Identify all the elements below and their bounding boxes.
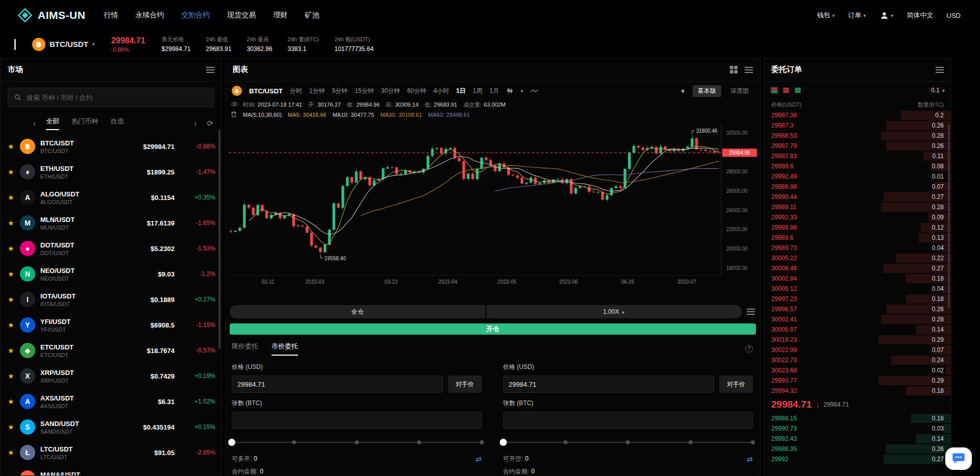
short-amount-slider[interactable] — [503, 438, 753, 446]
long-amount-input[interactable] — [232, 412, 482, 429]
market-row-ltc-usdt[interactable]: ★ŁLTC/USDTLTC/USDT$91.05-2.85% — [1, 440, 222, 465]
ask-row[interactable]: 30022.990.07 — [764, 345, 951, 355]
ask-row[interactable]: 29987.30.26 — [764, 120, 951, 131]
nav-item-market[interactable]: 行情 — [104, 11, 118, 20]
bid-row[interactable]: 29992.430.14 — [764, 434, 951, 444]
collapse-chart-icon[interactable]: ▾ — [681, 87, 684, 95]
ask-row[interactable]: 29989.110.28 — [764, 202, 951, 212]
indicator-line-icon[interactable] — [530, 88, 538, 94]
nav-item-spot[interactable]: 现货交易 — [227, 11, 256, 20]
wallet-menu[interactable]: 钱包 ▾ — [817, 11, 835, 20]
nav-item-delivery[interactable]: 交割合约 — [181, 11, 210, 20]
ask-row[interactable]: 29987.380.2 — [764, 110, 951, 120]
favorite-star-icon[interactable]: ★ — [8, 244, 20, 253]
ask-row[interactable]: 29989.860.12 — [764, 222, 951, 233]
bid-row[interactable]: 299920.27 — [764, 454, 951, 464]
ask-row[interactable]: 29994.320.18 — [764, 386, 951, 396]
timeframe-1周[interactable]: 1周 — [473, 87, 483, 95]
market-row-mln-usdt[interactable]: ★MMLN/USDTMLN/USDT$17.6139-1.65% — [1, 210, 222, 236]
market-row-iota-usdt[interactable]: ★IIOTA/USDTIOTA/USDT$0.1889+0.27% — [1, 287, 222, 312]
menu-icon[interactable] — [206, 67, 214, 73]
ask-row[interactable]: 30005.120.04 — [764, 284, 951, 294]
timeframe-1月[interactable]: 1月 — [489, 87, 499, 95]
ask-row[interactable]: 30019.230.29 — [764, 335, 951, 345]
language-selector[interactable]: 简体中文 — [907, 11, 934, 20]
pair-selector[interactable]: ฿ BTC/USDT ▾ — [32, 38, 95, 51]
ask-row[interactable]: 29998.570.26 — [764, 304, 951, 314]
favorite-star-icon[interactable]: ★ — [8, 321, 20, 329]
account-menu[interactable]: ▾ — [879, 11, 894, 20]
favorite-star-icon[interactable]: ★ — [8, 423, 20, 431]
ask-row[interactable]: 30005.220.22 — [764, 253, 951, 263]
favorite-star-icon[interactable]: ★ — [8, 295, 20, 304]
market-row-xrp-usdt[interactable]: ★XXRP/USDTXRP/USDT$0.7429+0.19% — [1, 363, 222, 389]
candle-style-icon[interactable] — [506, 87, 513, 94]
collapse-handle[interactable] — [14, 39, 16, 50]
chart-mode-0[interactable]: 基本版 — [693, 85, 721, 97]
menu-icon[interactable] — [745, 67, 753, 73]
short-amount-input[interactable] — [503, 412, 753, 429]
eye-icon[interactable] — [231, 101, 238, 107]
slider-handle[interactable] — [500, 439, 507, 446]
ask-row[interactable]: 30023.680.02 — [764, 365, 951, 375]
orderbook-view-asks-icon[interactable] — [782, 87, 790, 94]
nav-item-pool[interactable]: 矿池 — [305, 11, 319, 20]
timeframe-5分钟[interactable]: 5分钟 — [332, 87, 348, 95]
orderbook-last-price[interactable]: 29984.71 ↓ 29984.71 — [764, 396, 951, 413]
favorite-star-icon[interactable]: ★ — [8, 372, 20, 380]
margin-mode-button[interactable]: 全仓 — [230, 305, 485, 318]
ask-row[interactable]: 30022.730.24 — [764, 355, 951, 365]
menu-icon[interactable] — [747, 309, 755, 315]
ask-row[interactable]: 29989.60.13 — [764, 233, 951, 243]
currency-selector[interactable]: USD — [947, 12, 961, 19]
scroll-left-icon[interactable]: ‹ — [33, 119, 36, 128]
favorite-star-icon[interactable]: ★ — [8, 448, 20, 457]
market-row-axs-usdt[interactable]: ★AAXS/USDTAXS/USDT$6.31+1.02% — [1, 389, 222, 414]
slider-handle[interactable] — [228, 439, 235, 446]
market-row-yfi-usdt[interactable]: ★YYFI/USDTYFI/USDT$6908.5-1.15% — [1, 312, 222, 338]
ask-row[interactable]: 29993.770.29 — [764, 375, 951, 386]
timeframe-1分钟[interactable]: 1分钟 — [309, 87, 325, 95]
short-counter-price-button[interactable]: 对手价 — [719, 375, 753, 393]
timeframe-1日[interactable]: 1日 — [456, 87, 466, 95]
market-row-algo-usdt[interactable]: ★AALGO/USDTALGO/USDT$0.1154+0.35% — [1, 185, 222, 210]
long-counter-price-button[interactable]: 对手价 — [448, 375, 482, 393]
market-row-sand-usdt[interactable]: ★SSAND/USDTSAND/USDT$0.435194+0.15% — [1, 414, 222, 440]
favorite-star-icon[interactable]: ★ — [8, 346, 20, 355]
ask-row[interactable]: 29992.330.09 — [764, 212, 951, 222]
timeframe-15分钟[interactable]: 15分钟 — [355, 87, 374, 95]
market-tab-0[interactable]: 全部 — [46, 117, 59, 130]
transfer-icon[interactable]: ⇄ — [747, 455, 753, 463]
bid-row[interactable]: 29988.350.26 — [764, 444, 951, 454]
timeframe-4小时[interactable]: 4小时 — [433, 87, 449, 95]
nav-item-finance[interactable]: 理财 — [273, 11, 287, 20]
favorite-star-icon[interactable]: ★ — [8, 474, 20, 475]
ask-row[interactable]: 29992.490.01 — [764, 171, 951, 182]
menu-icon[interactable] — [936, 67, 944, 73]
leverage-button[interactable]: 1.00X ▸ — [486, 305, 742, 318]
ask-row[interactable]: 30005.970.14 — [764, 324, 951, 335]
favorite-star-icon[interactable]: ★ — [8, 397, 20, 406]
market-tab-1[interactable]: 热门币种 — [71, 117, 98, 130]
trash-icon[interactable] — [231, 111, 237, 117]
order-type-tab-0[interactable]: 限价委托 — [232, 342, 258, 356]
favorite-star-icon[interactable]: ★ — [8, 168, 20, 176]
favorite-star-icon[interactable]: ★ — [8, 219, 20, 227]
market-row-btc-usdt[interactable]: ★฿BTC/USDTBTC/USDT$29984.71-0.88% — [1, 134, 222, 159]
orderbook-precision-select[interactable]: 0.1 ▾ — [931, 87, 945, 94]
market-row-eth-usdt[interactable]: ★♦ETH/USDTETH/USDT$1899.25-1.47% — [1, 159, 222, 185]
scrollbar[interactable] — [218, 130, 220, 349]
favorite-star-icon[interactable]: ★ — [8, 270, 20, 278]
market-tab-2[interactable]: 自选 — [110, 117, 124, 130]
ask-row[interactable]: 29988.530.28 — [764, 131, 951, 141]
market-row-neo-usdt[interactable]: ★NNEO/USDTNEO/USDT$9.03-1.2% — [1, 261, 222, 287]
open-position-button[interactable]: 开仓 — [230, 323, 756, 335]
ask-row[interactable]: 30008.460.27 — [764, 263, 951, 273]
bid-row[interactable]: 29988.150.16 — [764, 413, 951, 423]
refresh-icon[interactable]: ⟳ — [207, 119, 213, 128]
market-row-mana-usdt[interactable]: ★MMANA/USDTMANA/USDT$0.4084-0.12% — [1, 465, 222, 475]
favorite-star-icon[interactable]: ★ — [8, 193, 20, 202]
bid-row[interactable]: 29990.730.03 — [764, 423, 951, 434]
candlestick-chart[interactable]: 32000.0030000.0028000.0026000.0024000.00… — [226, 120, 760, 300]
ask-row[interactable]: 30002.410.28 — [764, 314, 951, 324]
